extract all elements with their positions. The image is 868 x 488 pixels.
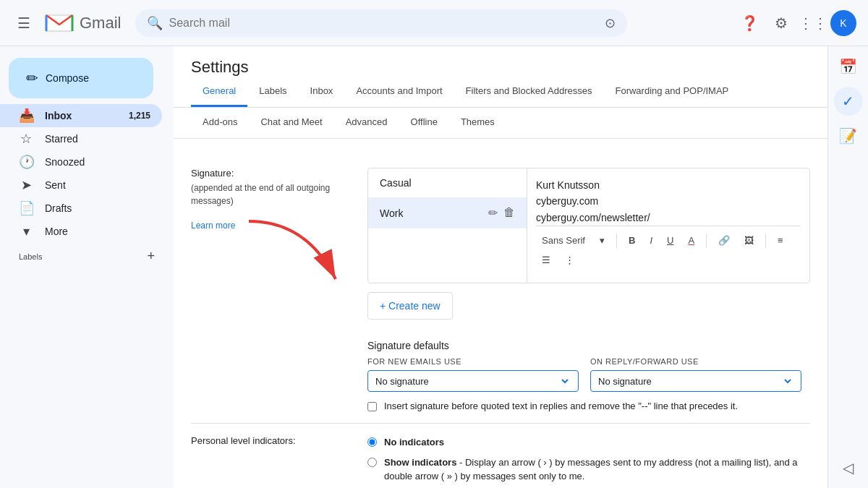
- sig-select-new-value: No signature: [375, 376, 429, 387]
- signature-item-actions: ✏ 🗑: [488, 206, 515, 220]
- bold-btn[interactable]: B: [623, 232, 641, 249]
- expand-panel-icon[interactable]: ◁: [834, 453, 863, 482]
- sidebar-item-label: More: [45, 226, 68, 237]
- help-icon[interactable]: ❓: [735, 9, 764, 38]
- labels-heading: Labels: [19, 252, 42, 261]
- signature-panel: Casual Work ✏ 🗑: [367, 168, 810, 411]
- sig-line-2: cyberguy.com: [536, 193, 801, 209]
- tab-inbox[interactable]: Inbox: [299, 77, 345, 107]
- top-icons: ❓ ⚙ ⋮⋮ K: [735, 9, 856, 38]
- tasks-icon[interactable]: ✓: [834, 87, 863, 116]
- inbox-icon: 📥: [19, 108, 33, 124]
- settings-body: Signature: (appended at the end of all o…: [174, 139, 827, 488]
- sidebar-item-sent[interactable]: ➤ Sent: [0, 174, 162, 197]
- tab-chat[interactable]: Chat and Meet: [249, 108, 333, 138]
- tab-general[interactable]: General: [191, 77, 247, 107]
- avatar[interactable]: K: [830, 10, 856, 36]
- underline-btn[interactable]: U: [661, 232, 679, 249]
- delete-signature-icon[interactable]: 🗑: [503, 206, 515, 220]
- search-input[interactable]: [169, 17, 599, 30]
- right-panel: 📅 ✓ 📝 ◁: [827, 46, 868, 488]
- gmail-text: Gmail: [80, 14, 121, 33]
- sig-insert-checkbox[interactable]: [367, 402, 377, 411]
- settings-content: Settings General Labels Inbox Accounts a…: [174, 46, 827, 488]
- tab-themes[interactable]: Themes: [449, 108, 506, 138]
- personal-indicators-label-area: Personal level indicators:: [191, 435, 350, 449]
- personal-indicators-section: Personal level indicators: No indicators: [191, 424, 810, 488]
- italic-btn[interactable]: I: [644, 232, 658, 249]
- tab-advanced[interactable]: Advanced: [334, 108, 399, 138]
- show-indicators-option: Show indicators - Display an arrow ( › )…: [367, 455, 810, 484]
- tab-addons[interactable]: Add-ons: [191, 108, 249, 138]
- signature-description: (appended at the end of all outgoing mes…: [191, 181, 350, 207]
- signature-list: Casual Work ✏ 🗑: [368, 168, 527, 283]
- settings-icon[interactable]: ⚙: [767, 9, 796, 38]
- sig-defaults-new-label: FOR NEW EMAILS USE: [367, 357, 579, 366]
- sig-select-new[interactable]: No signature: [367, 370, 579, 392]
- sidebar-item-label: Inbox: [45, 110, 72, 121]
- labels-section: Labels +: [0, 243, 174, 267]
- compose-button[interactable]: ✏ Compose: [9, 58, 153, 98]
- sig-defaults-title: Signature defaults: [367, 340, 810, 351]
- no-indicators-option: No indicators: [367, 435, 810, 450]
- sig-defaults-reply-col: ON REPLY/FORWARD USE No signature: [590, 357, 801, 392]
- more-format-btn[interactable]: ⋮: [559, 252, 580, 268]
- personal-indicators-label: Personal level indicators:: [191, 435, 350, 449]
- learn-more-link[interactable]: Learn more: [191, 221, 235, 231]
- starred-icon: ☆: [19, 131, 33, 147]
- sig-defaults-new-col: FOR NEW EMAILS USE No signature: [367, 357, 579, 392]
- font-size-btn[interactable]: ▾: [594, 232, 610, 249]
- text-color-btn[interactable]: A: [682, 232, 700, 249]
- align-btn[interactable]: ≡: [772, 232, 789, 249]
- signature-name-casual: Casual: [380, 177, 412, 189]
- tab-filters[interactable]: Filters and Blocked Addresses: [454, 77, 604, 107]
- drafts-icon: 📄: [19, 200, 33, 216]
- signature-item-casual[interactable]: Casual: [368, 168, 527, 197]
- gmail-logo: Gmail: [45, 12, 121, 34]
- sig-select-reply[interactable]: No signature: [590, 370, 801, 392]
- signature-section: Signature: (appended at the end of all o…: [191, 156, 810, 424]
- sidebar-item-more[interactable]: ▾ More: [0, 220, 162, 243]
- sig-select-reply-value: No signature: [598, 376, 652, 387]
- sidebar-item-drafts[interactable]: 📄 Drafts: [0, 197, 162, 220]
- sig-defaults-grid: FOR NEW EMAILS USE No signature ON REPLY…: [367, 357, 801, 392]
- sidebar: ✏ Compose 📥 Inbox 1,215 ☆ Starred 🕐 Snoo…: [0, 46, 174, 488]
- image-btn[interactable]: 🖼: [739, 232, 760, 249]
- hamburger-icon[interactable]: ☰: [12, 9, 36, 38]
- page-title: Settings: [174, 46, 827, 77]
- tab-labels[interactable]: Labels: [247, 77, 298, 107]
- signature-label-area: Signature: (appended at the end of all o…: [191, 168, 350, 231]
- sig-insert-label: Insert signature before quoted text in r…: [384, 401, 738, 411]
- tab-offline[interactable]: Offline: [399, 108, 449, 138]
- font-family-btn[interactable]: Sans Serif: [536, 232, 591, 249]
- settings-tabs-row1: General Labels Inbox Accounts and Import…: [174, 77, 827, 108]
- show-indicators-radio[interactable]: [367, 458, 377, 467]
- keep-icon[interactable]: 📝: [834, 121, 863, 150]
- sidebar-item-label: Snoozed: [45, 156, 85, 168]
- search-options-icon[interactable]: ⊙: [605, 15, 616, 31]
- link-btn[interactable]: 🔗: [712, 232, 736, 249]
- list-btn[interactable]: ☰: [536, 252, 556, 268]
- sig-line-1: Kurt Knutsson: [536, 177, 801, 193]
- signature-list-editor: Casual Work ✏ 🗑: [367, 168, 810, 283]
- no-indicators-radio[interactable]: [367, 437, 377, 447]
- sidebar-item-snoozed[interactable]: 🕐 Snoozed: [0, 150, 162, 174]
- sidebar-item-starred[interactable]: ☆ Starred: [0, 127, 162, 150]
- add-label-icon[interactable]: +: [147, 249, 155, 264]
- more-icon: ▾: [19, 223, 33, 239]
- snoozed-icon: 🕐: [19, 154, 33, 170]
- create-new-button[interactable]: + Create new: [367, 292, 453, 320]
- create-new-label: + Create new: [380, 300, 441, 312]
- signature-editor-content[interactable]: Kurt Knutsson cyberguy.com cyberguy.com/…: [536, 177, 801, 226]
- apps-icon[interactable]: ⋮⋮: [799, 9, 827, 38]
- settings-tabs-row2: Add-ons Chat and Meet Advanced Offline T…: [174, 108, 827, 139]
- sent-icon: ➤: [19, 177, 33, 193]
- edit-signature-icon[interactable]: ✏: [488, 206, 498, 220]
- meet-icon[interactable]: 📅: [834, 52, 863, 81]
- tab-accounts[interactable]: Accounts and Import: [344, 77, 454, 107]
- tab-forwarding[interactable]: Forwarding and POP/IMAP: [603, 77, 740, 107]
- sidebar-item-inbox[interactable]: 📥 Inbox 1,215: [0, 104, 162, 127]
- signature-item-work[interactable]: Work ✏ 🗑: [368, 197, 527, 228]
- inbox-count: 1,215: [129, 111, 150, 121]
- search-icon: 🔍: [147, 15, 163, 31]
